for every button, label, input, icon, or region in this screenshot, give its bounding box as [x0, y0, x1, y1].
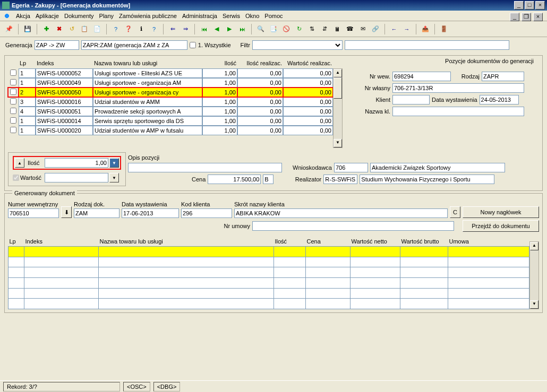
nazwakl-input[interactable] — [392, 107, 524, 116]
cell-nazwa[interactable] — [93, 78, 202, 88]
c-button[interactable]: C — [450, 206, 460, 218]
menu-plany[interactable]: Plany — [99, 13, 114, 19]
delete-icon[interactable]: ✖ — [53, 23, 65, 35]
gen-kod-input[interactable] — [181, 208, 232, 218]
paste-icon[interactable]: 📄 — [91, 23, 103, 35]
cell-ilosc[interactable] — [202, 107, 237, 116]
cell-ilosc[interactable] — [202, 126, 237, 135]
btm-grid-scrollbar[interactable]: ▲ ▼ — [529, 241, 539, 309]
cell-lp[interactable] — [19, 97, 36, 107]
stop-icon[interactable]: 🚫 — [280, 23, 292, 35]
wszystkie-checkbox[interactable] — [190, 42, 196, 48]
gen-skrot-input[interactable] — [234, 208, 448, 218]
table-row[interactable] — [8, 97, 333, 107]
table-row[interactable] — [8, 257, 529, 267]
cell-ilosc[interactable] — [202, 68, 237, 78]
calc-icon[interactable]: 🖩 — [331, 23, 343, 35]
scroll-down-icon[interactable]: ▼ — [334, 139, 342, 147]
cell-lp[interactable] — [19, 68, 36, 78]
cancel-icon[interactable]: ↺ — [66, 23, 78, 35]
numwew-lookup-button[interactable]: ⬇ — [61, 206, 72, 218]
cell-nazwa[interactable] — [93, 68, 202, 78]
cell-ilosc-realiz[interactable] — [237, 116, 283, 126]
table-row[interactable] — [8, 299, 529, 309]
ilosc-input[interactable] — [45, 158, 108, 168]
cena-unit-input[interactable] — [263, 175, 274, 184]
cell-indeks[interactable] — [36, 78, 93, 88]
scroll-thumb[interactable] — [334, 77, 342, 99]
cell-lp[interactable] — [19, 116, 36, 126]
add-icon[interactable]: ✚ — [40, 23, 52, 35]
row-checkbox[interactable] — [10, 69, 16, 76]
cell-lp[interactable] — [19, 126, 36, 135]
realiz-code-input[interactable] — [323, 175, 357, 184]
grid-scrollbar[interactable]: ▲ ▼ — [333, 68, 343, 148]
cell-ilosc-realiz[interactable] — [237, 68, 283, 78]
cell-ilosc[interactable] — [202, 78, 237, 88]
nrumowy-input[interactable] — [252, 221, 454, 231]
cell-nazwa[interactable] — [93, 107, 202, 116]
menu-zamowienia[interactable]: Zamówienia publiczne — [119, 13, 177, 19]
cell-indeks[interactable] — [36, 88, 93, 97]
row-checkbox[interactable] — [10, 79, 16, 85]
fwd-icon[interactable]: → — [401, 23, 413, 35]
rodzaj-input[interactable] — [482, 72, 524, 81]
menu-pomoc[interactable]: Pomoc — [264, 13, 283, 19]
exit-icon[interactable]: 📤 — [420, 23, 431, 35]
refresh-icon[interactable]: ↻ — [293, 23, 305, 35]
opis-input[interactable] — [128, 163, 282, 172]
sort-asc-icon[interactable]: ⇅ — [306, 23, 318, 35]
info-icon[interactable]: ℹ — [135, 23, 147, 35]
cena-input[interactable] — [208, 175, 261, 184]
scroll-up-icon[interactable]: ▲ — [530, 242, 539, 250]
cell-wartosc-realiz[interactable] — [283, 116, 333, 126]
nowy-naglowek-button[interactable]: Nowy nagłówek — [463, 206, 539, 218]
table-row[interactable] — [8, 78, 333, 88]
cell-nazwa[interactable] — [93, 126, 202, 135]
row-checkbox[interactable] — [10, 117, 16, 124]
link-icon[interactable]: 🔗 — [370, 23, 381, 35]
table-row[interactable] — [8, 126, 333, 135]
cell-lp[interactable] — [19, 78, 36, 88]
gen-rodzaj-input[interactable] — [74, 208, 119, 218]
table-row[interactable] — [8, 68, 333, 78]
menu-administracja[interactable]: Administracja — [182, 13, 217, 19]
cell-wartosc-realiz[interactable] — [283, 126, 333, 135]
cell-ilosc-realiz[interactable] — [237, 126, 283, 135]
row-checkbox[interactable] — [10, 89, 16, 95]
cell-wartosc-realiz[interactable] — [283, 107, 333, 116]
cell-wartosc-realiz[interactable] — [283, 97, 333, 107]
cell-indeks[interactable] — [36, 68, 93, 78]
cell-ilosc[interactable] — [202, 116, 237, 126]
cell-indeks[interactable] — [36, 97, 93, 107]
next-icon[interactable]: ▶ — [224, 23, 235, 35]
minimize-button[interactable]: _ — [514, 1, 524, 10]
last-icon[interactable]: ⏭ — [236, 23, 248, 35]
cell-ilosc-realiz[interactable] — [237, 107, 283, 116]
door-icon[interactable]: 🚪 — [438, 23, 450, 35]
doc-icon[interactable]: 📑 — [268, 23, 279, 35]
nrwlasny-input[interactable] — [392, 83, 524, 93]
spin-up-icon[interactable]: ▲ — [15, 158, 24, 168]
cell-ilosc[interactable] — [202, 97, 237, 107]
datawyst-input[interactable] — [480, 95, 519, 104]
cell-ilosc-realiz[interactable] — [237, 78, 283, 88]
cell-ilosc-realiz[interactable] — [237, 97, 283, 107]
nrwew-input[interactable] — [392, 72, 451, 81]
row-checkbox[interactable] — [10, 108, 16, 114]
wartosc-input[interactable] — [45, 173, 108, 182]
close-button[interactable]: × — [535, 1, 545, 10]
spin-down-icon[interactable]: ▼ — [109, 158, 119, 168]
wartosc-spin-icon[interactable]: ▼ — [109, 173, 119, 182]
wniosko-code-input[interactable] — [334, 163, 368, 172]
cell-wartosc-realiz[interactable] — [283, 88, 333, 97]
row-checkbox[interactable] — [10, 98, 16, 104]
scroll-up-icon[interactable]: ▲ — [334, 69, 342, 77]
prev-icon[interactable]: ◀ — [211, 23, 223, 35]
mail-icon[interactable]: ✉ — [357, 23, 369, 35]
mdi-close-button[interactable]: × — [533, 13, 543, 21]
nav-next-icon[interactable]: ⇒ — [180, 23, 191, 35]
back-icon[interactable]: ← — [388, 23, 400, 35]
table-row[interactable] — [8, 116, 333, 126]
zapr-input[interactable] — [81, 40, 187, 50]
